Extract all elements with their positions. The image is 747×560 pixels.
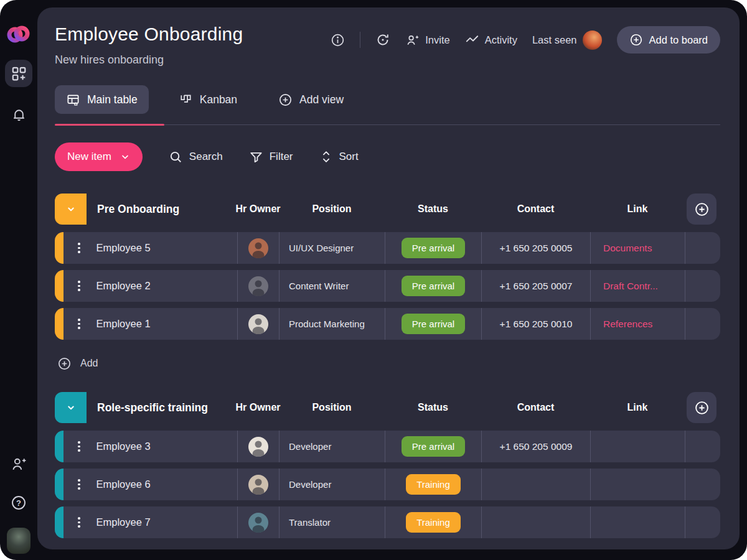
item-contact[interactable] <box>481 469 590 500</box>
hr-owner-cell[interactable] <box>237 232 279 264</box>
sync-icon[interactable] <box>375 32 390 47</box>
status-cell[interactable]: Training <box>385 506 481 538</box>
kebab-menu-icon[interactable] <box>78 281 80 291</box>
link-cell[interactable] <box>590 431 685 462</box>
column-header[interactable]: Status <box>385 203 481 215</box>
link-cell[interactable] <box>590 469 685 500</box>
column-header[interactable]: Position <box>279 402 385 413</box>
sidebar-item-notifications[interactable] <box>5 101 32 128</box>
link-cell[interactable] <box>590 506 685 538</box>
column-header[interactable]: Link <box>590 402 685 413</box>
item-contact[interactable]: +1 650 205 0005 <box>481 232 590 264</box>
item-position[interactable]: Content Writer <box>279 270 385 302</box>
table-row[interactable]: Employee 5 UI/UX Designer Pre arrival +1… <box>55 232 720 264</box>
column-header[interactable]: Contact <box>481 402 590 413</box>
item-contact[interactable]: +1 650 205 0007 <box>481 270 590 302</box>
column-header[interactable]: Position <box>279 203 385 215</box>
column-header[interactable]: Contact <box>481 203 590 215</box>
hr-owner-cell[interactable] <box>237 270 279 302</box>
avatar <box>248 513 268 533</box>
item-contact[interactable]: +1 650 205 0009 <box>481 431 590 462</box>
filter-button[interactable]: Filter <box>249 150 293 164</box>
group-title[interactable]: Pre Onboarding <box>97 203 179 216</box>
activity-button[interactable]: Activity <box>465 33 517 47</box>
item-name[interactable]: Employee 2 <box>96 280 151 292</box>
kebab-menu-icon[interactable] <box>78 479 80 490</box>
add-column-button[interactable] <box>687 392 716 423</box>
table-row[interactable]: Employee 3 Developer Pre arrival +1 650 … <box>55 431 720 462</box>
item-position[interactable]: Developer <box>279 469 385 500</box>
item-contact[interactable]: +1 650 205 0010 <box>481 308 590 340</box>
tab-main-table[interactable]: Main table <box>55 85 149 114</box>
group-collapse-block[interactable] <box>55 392 87 423</box>
boards-grid-plus-icon <box>11 65 27 82</box>
kebab-menu-icon[interactable] <box>78 243 80 253</box>
info-icon[interactable] <box>331 33 345 47</box>
item-name[interactable]: Employee 5 <box>96 242 151 254</box>
new-item-button[interactable]: New item <box>55 142 143 171</box>
add-column-button[interactable] <box>687 194 716 225</box>
item-position[interactable]: Translator <box>279 506 385 538</box>
active-tab-underline <box>55 124 164 126</box>
item-link: References <box>603 319 652 330</box>
kebab-menu-icon[interactable] <box>78 441 80 452</box>
hr-owner-cell[interactable] <box>237 308 279 340</box>
search-button[interactable]: Search <box>169 150 223 164</box>
add-item-button[interactable]: Add <box>57 355 720 372</box>
tab-kanban[interactable]: Kanban <box>167 85 248 114</box>
status-cell[interactable]: Pre arrival <box>385 232 481 264</box>
search-label: Search <box>189 151 223 163</box>
column-header[interactable]: Link <box>590 203 685 215</box>
hr-owner-cell[interactable] <box>237 469 279 500</box>
item-name[interactable]: Employee 7 <box>96 516 151 528</box>
item-name[interactable]: Employee 3 <box>96 441 151 452</box>
column-header[interactable]: Status <box>385 402 481 413</box>
item-position[interactable]: Developer <box>279 431 385 462</box>
table-row[interactable]: Employee 7 Translator Training <box>55 506 720 538</box>
group-collapse-block[interactable] <box>55 194 87 225</box>
item-name-cell: Employee 6 <box>55 469 237 500</box>
status-badge: Training <box>406 474 461 495</box>
status-cell[interactable]: Pre arrival <box>385 308 481 340</box>
item-name[interactable]: Employee 6 <box>96 478 151 490</box>
kanban-view-icon <box>179 93 193 107</box>
row-color-bar <box>55 232 63 264</box>
column-header[interactable]: Hr Owner <box>237 402 279 413</box>
new-item-label: New item <box>67 151 111 163</box>
avatar <box>248 475 268 495</box>
invite-button[interactable]: Invite <box>405 33 449 47</box>
sidebar-item-invite-members[interactable] <box>5 450 32 478</box>
last-seen-label: Last seen <box>532 34 577 46</box>
hr-owner-cell[interactable] <box>237 506 279 538</box>
status-cell[interactable]: Pre arrival <box>385 270 481 302</box>
tab-add-view[interactable]: Add view <box>267 85 355 114</box>
link-cell[interactable]: Documents <box>590 232 685 264</box>
item-position[interactable]: UI/UX Designer <box>279 232 385 264</box>
plus-circle-icon <box>694 202 710 217</box>
plaky-logo-icon[interactable] <box>6 24 31 51</box>
link-cell[interactable]: References <box>590 308 685 340</box>
table-row[interactable]: Employee 6 Developer Training <box>55 469 720 500</box>
table-row[interactable]: Employee 2 Content Writer Pre arrival +1… <box>55 270 720 302</box>
header-divider <box>360 32 360 48</box>
item-name[interactable]: Employee 1 <box>96 318 151 330</box>
sort-button[interactable]: Sort <box>319 150 359 164</box>
kebab-menu-icon[interactable] <box>78 319 80 329</box>
user-profile-avatar[interactable] <box>7 528 31 554</box>
sidebar-item-boards[interactable] <box>5 60 32 87</box>
item-contact[interactable] <box>481 506 590 538</box>
kebab-menu-icon[interactable] <box>78 517 80 528</box>
status-cell[interactable]: Training <box>385 469 481 500</box>
group-title[interactable]: Role-specific training <box>97 401 208 414</box>
add-to-board-button[interactable]: Add to board <box>617 26 721 54</box>
tab-label: Kanban <box>200 93 237 106</box>
hr-owner-cell[interactable] <box>237 431 279 462</box>
last-seen[interactable]: Last seen <box>532 30 602 50</box>
sidebar-item-help[interactable]: ? <box>5 489 32 516</box>
status-badge: Training <box>406 512 461 533</box>
table-row[interactable]: Employee 1 Product Marketing Pre arrival… <box>55 308 720 340</box>
link-cell[interactable]: Draft Contr... <box>590 270 685 302</box>
item-position[interactable]: Product Marketing <box>279 308 385 340</box>
column-header[interactable]: Hr Owner <box>237 203 279 215</box>
status-cell[interactable]: Pre arrival <box>385 431 481 462</box>
